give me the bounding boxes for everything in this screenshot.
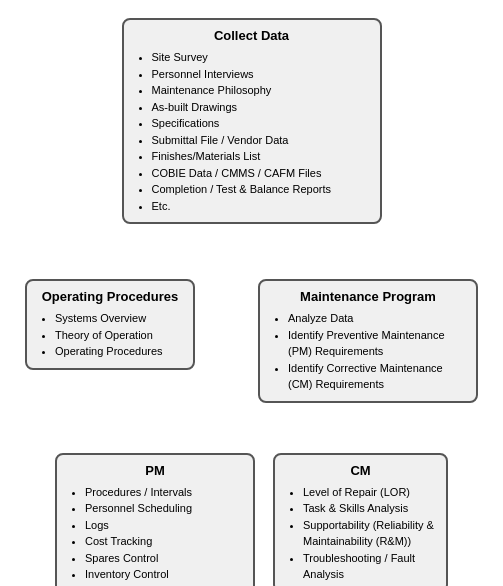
- collect-data-box: Collect Data Site SurveyPersonnel Interv…: [122, 18, 382, 224]
- list-item: Spares Control: [85, 550, 243, 567]
- list-item: Specifications: [152, 115, 370, 132]
- list-item: Operating Procedures: [55, 343, 183, 360]
- list-item: Inventory Control: [85, 566, 243, 583]
- list-item: Task & Skills Analysis: [303, 500, 436, 517]
- list-item: As-built Drawings: [152, 99, 370, 116]
- operating-procedures-box: Operating Procedures Systems OverviewThe…: [25, 279, 195, 370]
- list-item: Logs: [85, 517, 243, 534]
- list-item: Systems Overview: [55, 310, 183, 327]
- list-item: Etc.: [152, 198, 370, 215]
- list-item: Level of Repair (LOR): [303, 484, 436, 501]
- list-item: Site Survey: [152, 49, 370, 66]
- list-item: Completion / Test & Balance Reports: [152, 181, 370, 198]
- collect-data-list: Site SurveyPersonnel InterviewsMaintenan…: [134, 49, 370, 214]
- pm-box: PM Procedures / IntervalsPersonnel Sched…: [55, 453, 255, 587]
- pm-title: PM: [67, 463, 243, 478]
- cm-list: Level of Repair (LOR)Task & Skills Analy…: [285, 484, 436, 583]
- operating-procedures-list: Systems OverviewTheory of OperationOpera…: [37, 310, 183, 360]
- list-item: Theory of Operation: [55, 327, 183, 344]
- list-item: Procedures / Intervals: [85, 484, 243, 501]
- list-item: COBIE Data / CMMS / CAFM Files: [152, 165, 370, 182]
- list-item: Supportability (Reliability & Maintainab…: [303, 517, 436, 550]
- list-item: Submittal File / Vendor Data: [152, 132, 370, 149]
- collect-data-title: Collect Data: [134, 28, 370, 43]
- maintenance-program-box: Maintenance Program Analyze DataIdentify…: [258, 279, 478, 403]
- cm-box: CM Level of Repair (LOR)Task & Skills An…: [273, 453, 448, 587]
- list-item: Personnel Interviews: [152, 66, 370, 83]
- list-item: Identify Preventive Maintenance (PM) Req…: [288, 327, 466, 360]
- maintenance-program-title: Maintenance Program: [270, 289, 466, 304]
- list-item: Cost Tracking: [85, 533, 243, 550]
- cm-title: CM: [285, 463, 436, 478]
- list-item: Historical Feedback: [85, 583, 243, 587]
- pm-list: Procedures / IntervalsPersonnel Scheduli…: [67, 484, 243, 587]
- list-item: Maintenance Philosophy: [152, 82, 370, 99]
- operating-procedures-title: Operating Procedures: [37, 289, 183, 304]
- list-item: Analyze Data: [288, 310, 466, 327]
- list-item: Troubleshooting / Fault Analysis: [303, 550, 436, 583]
- maintenance-program-list: Analyze DataIdentify Preventive Maintena…: [270, 310, 466, 393]
- list-item: Personnel Scheduling: [85, 500, 243, 517]
- list-item: Finishes/Materials List: [152, 148, 370, 165]
- list-item: Identify Corrective Maintenance (CM) Req…: [288, 360, 466, 393]
